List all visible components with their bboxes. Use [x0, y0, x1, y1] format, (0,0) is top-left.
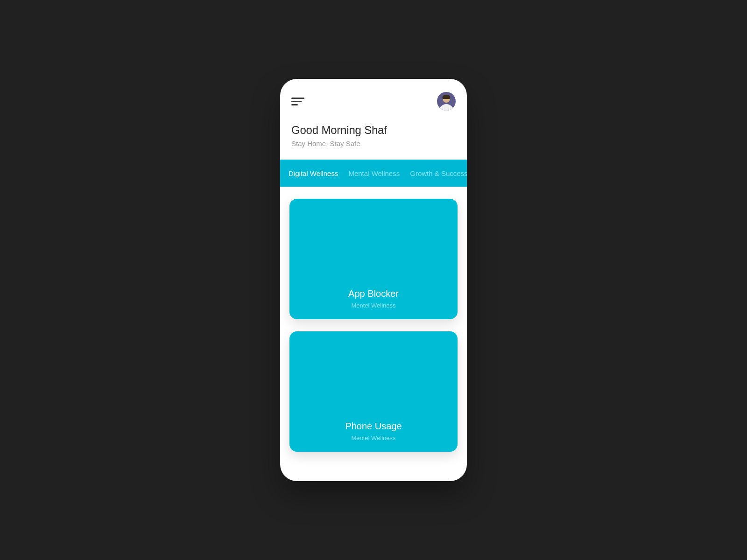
tab-digital-wellness[interactable]: Digital Wellness [289, 169, 338, 177]
tabs-bar: Digital Wellness Mental Wellness Growth … [280, 160, 467, 187]
tab-mental-wellness[interactable]: Mental Wellness [348, 169, 400, 177]
avatar[interactable] [437, 92, 456, 111]
card-subtitle: Mentel Wellness [351, 302, 395, 309]
greeting-subtitle: Stay Home, Stay Safe [291, 140, 456, 147]
menu-icon[interactable] [291, 97, 304, 106]
card-subtitle: Mentel Wellness [351, 434, 395, 441]
content-area: App Blocker Mentel Wellness Phone Usage … [280, 187, 467, 456]
card-title: Phone Usage [345, 421, 402, 432]
phone-frame: Good Morning Shaf Stay Home, Stay Safe D… [280, 79, 467, 481]
tab-growth-success[interactable]: Growth & Success [410, 169, 467, 177]
greeting-text: Good Morning Shaf [291, 124, 456, 137]
top-bar [280, 79, 467, 115]
card-app-blocker[interactable]: App Blocker Mentel Wellness [289, 199, 458, 319]
header: Good Morning Shaf Stay Home, Stay Safe [280, 115, 467, 160]
card-title: App Blocker [348, 288, 399, 299]
card-phone-usage[interactable]: Phone Usage Mentel Wellness [289, 331, 458, 452]
